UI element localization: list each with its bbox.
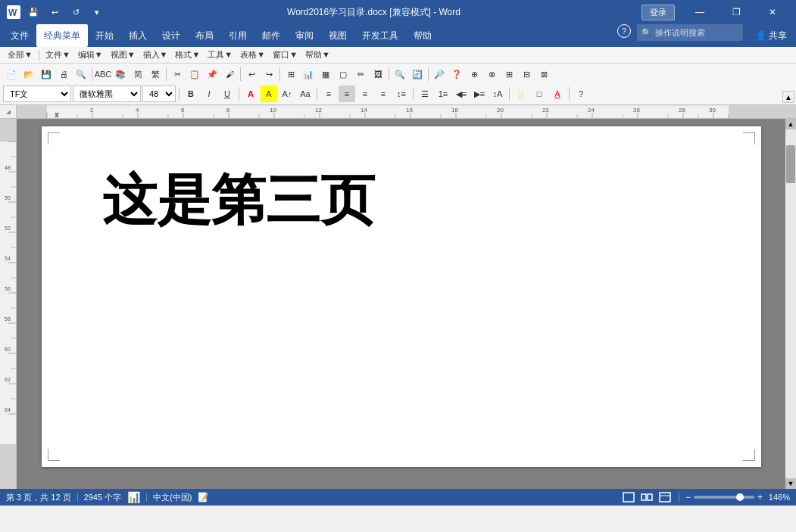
- zoom-slider[interactable]: [694, 496, 754, 499]
- qa-table[interactable]: 表格▼: [237, 48, 268, 63]
- tb-cht-to-zh[interactable]: 繁: [147, 66, 164, 82]
- tb-table[interactable]: ⊞: [283, 66, 299, 82]
- tb-frame[interactable]: ▢: [335, 66, 351, 82]
- tb-copy[interactable]: 📋: [186, 66, 203, 82]
- indent-less[interactable]: ◀≡: [453, 86, 470, 102]
- tb-misc1[interactable]: ⊕: [466, 66, 482, 82]
- font-select[interactable]: 微软雅黑: [73, 86, 141, 102]
- close-button[interactable]: ✕: [755, 0, 790, 24]
- scrollbar-track[interactable]: [786, 130, 795, 478]
- tb-preview[interactable]: 🔍: [73, 66, 89, 82]
- qa-help[interactable]: 帮助▼: [302, 48, 333, 63]
- menu-layout[interactable]: 布局: [188, 24, 221, 47]
- help-btn[interactable]: ?: [573, 86, 589, 102]
- tb-draw[interactable]: ✏: [352, 66, 369, 82]
- help-icon[interactable]: ?: [617, 24, 631, 38]
- menu-review[interactable]: 审阅: [288, 24, 321, 47]
- bold-button[interactable]: B: [183, 86, 199, 102]
- zoom-thumb[interactable]: [736, 493, 744, 501]
- border-btn[interactable]: □: [531, 86, 548, 102]
- tb-research[interactable]: 📚: [112, 66, 129, 82]
- view-print-layout[interactable]: [621, 490, 636, 504]
- tb-misc4[interactable]: ⊟: [518, 66, 535, 82]
- tb-print[interactable]: 🖨: [55, 66, 72, 82]
- menu-developer[interactable]: 开发工具: [354, 24, 406, 47]
- numbered-list[interactable]: 1≡: [435, 86, 451, 102]
- tb-undo[interactable]: ↩: [243, 66, 260, 82]
- ruler-corner[interactable]: [0, 105, 17, 119]
- qa-insert[interactable]: 插入▼: [140, 48, 171, 63]
- menu-insert[interactable]: 插入: [121, 24, 155, 47]
- menu-design[interactable]: 设计: [155, 24, 188, 47]
- qa-window[interactable]: 窗口▼: [270, 48, 301, 63]
- vertical-scrollbar[interactable]: ▲ ▼: [785, 119, 796, 489]
- menu-help[interactable]: 帮助: [406, 24, 439, 47]
- tb-cut[interactable]: ✂: [169, 66, 186, 82]
- tb-find[interactable]: 🔍: [392, 66, 408, 82]
- italic-button[interactable]: I: [201, 86, 217, 102]
- tb-redo[interactable]: ↪: [261, 66, 277, 82]
- align-center[interactable]: ≡: [339, 86, 355, 102]
- zoom-in-btn[interactable]: +: [757, 492, 763, 502]
- view-web[interactable]: [657, 490, 673, 504]
- indent-more[interactable]: ▶≡: [471, 86, 488, 102]
- restore-button[interactable]: ❐: [719, 0, 754, 24]
- undo-btn[interactable]: ↩: [45, 4, 64, 20]
- tb-save[interactable]: 💾: [38, 66, 55, 82]
- document-scroll-area[interactable]: 这是第三页: [17, 119, 785, 489]
- minimize-button[interactable]: —: [682, 0, 717, 24]
- align-right[interactable]: ≡: [357, 86, 373, 102]
- qa-tools[interactable]: 工具▼: [204, 48, 236, 63]
- word-count-icon[interactable]: 📊: [127, 491, 140, 503]
- font-case[interactable]: Aa: [297, 86, 314, 102]
- view-reading[interactable]: [639, 490, 654, 504]
- bullet-list[interactable]: ☰: [417, 86, 433, 102]
- zoom-level[interactable]: 146%: [766, 493, 790, 502]
- redo-btn[interactable]: ↺: [67, 4, 85, 20]
- document-content[interactable]: 这是第三页: [57, 142, 746, 260]
- font-color-btn[interactable]: A: [242, 86, 259, 102]
- menu-mailings[interactable]: 邮件: [254, 24, 288, 47]
- search-placeholder[interactable]: 操作说明搜索: [655, 27, 705, 39]
- font-size-grow[interactable]: A↑: [279, 86, 295, 102]
- shading-btn[interactable]: ░: [513, 86, 529, 102]
- qa-format[interactable]: 格式▼: [172, 48, 203, 63]
- scroll-down-btn[interactable]: ▼: [785, 478, 796, 489]
- ribbon-collapse-button[interactable]: ▲: [782, 91, 794, 103]
- menu-home[interactable]: 开始: [88, 24, 121, 47]
- tb-replace[interactable]: 🔄: [409, 66, 426, 82]
- tb-help[interactable]: ❓: [448, 66, 465, 82]
- scrollbar-thumb[interactable]: [786, 145, 795, 183]
- menu-file[interactable]: 文件: [3, 24, 36, 47]
- sort[interactable]: ↕A: [489, 86, 506, 102]
- zoom-out-btn[interactable]: −: [685, 492, 691, 502]
- menu-view[interactable]: 视图: [321, 24, 354, 47]
- tb-misc2[interactable]: ⊗: [483, 66, 500, 82]
- size-select[interactable]: 48: [142, 86, 176, 102]
- tb-misc5[interactable]: ⊠: [535, 66, 552, 82]
- save-quick-btn[interactable]: 💾: [24, 4, 42, 20]
- align-left[interactable]: ≡: [320, 86, 337, 102]
- menu-references[interactable]: 引用: [221, 24, 254, 47]
- tb-format-painter[interactable]: 🖌: [221, 66, 238, 82]
- justify[interactable]: ≡: [375, 86, 392, 102]
- tb-zh-to-cht[interactable]: 简: [130, 66, 146, 82]
- qa-all[interactable]: 全部▼: [5, 48, 36, 63]
- style-select[interactable]: TF文: [3, 86, 71, 102]
- document-page[interactable]: 这是第三页: [42, 126, 761, 467]
- qa-view[interactable]: 视图▼: [108, 48, 139, 63]
- tb-table2[interactable]: 📊: [300, 66, 317, 82]
- font-color2[interactable]: A: [549, 86, 566, 102]
- menu-classic[interactable]: 经典菜单: [36, 24, 88, 47]
- tb-misc3[interactable]: ⊞: [501, 66, 517, 82]
- tb-img[interactable]: 🖼: [370, 66, 386, 82]
- highlight-btn[interactable]: A: [261, 86, 277, 102]
- login-button[interactable]: 登录: [641, 5, 675, 20]
- line-spacing[interactable]: ↕≡: [393, 86, 410, 102]
- tb-spell[interactable]: ABC: [95, 66, 111, 82]
- tb-zoom[interactable]: 🔎: [431, 66, 448, 82]
- tb-new[interactable]: 📄: [3, 66, 20, 82]
- qa-file[interactable]: 文件▼: [42, 48, 73, 63]
- tb-open[interactable]: 📂: [20, 66, 37, 82]
- scroll-up-btn[interactable]: ▲: [785, 119, 796, 129]
